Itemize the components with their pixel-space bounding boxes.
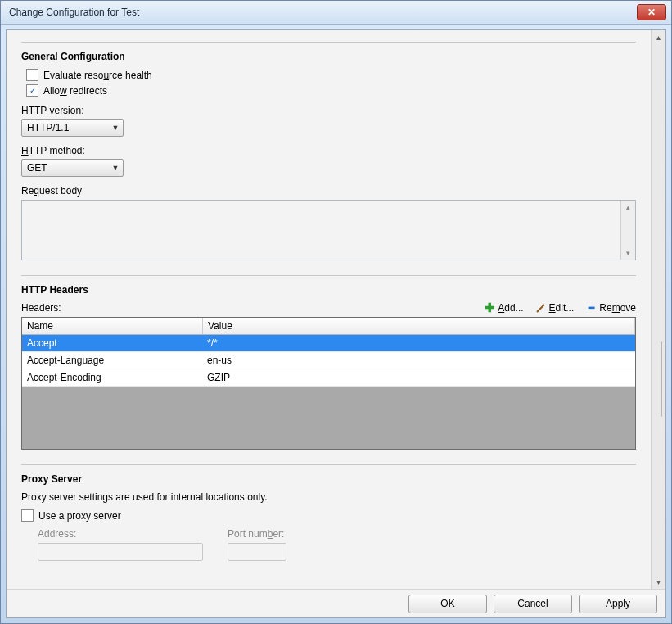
content-panel: General Configuration Evaluate resource … (7, 30, 651, 589)
table-row[interactable]: Accept */* (22, 335, 635, 352)
col-header-name[interactable]: Name (22, 318, 203, 334)
svg-line-0 (538, 305, 544, 311)
dialog-window: Change Configuration for Test ✕ General … (0, 0, 672, 624)
chevron-down-icon: ▼ (110, 124, 121, 132)
headers-table-head: Name Value (22, 318, 635, 335)
proxy-address-field: Address: (38, 528, 203, 561)
http-version-label: HTTP version: (21, 105, 636, 116)
allow-redirects-label: Allow redirects (43, 85, 107, 97)
apply-button[interactable]: Apply (579, 595, 657, 613)
plus-icon: ✚ (484, 302, 495, 314)
dialog-button-bar: OK Cancel Apply (7, 589, 665, 617)
close-button[interactable]: ✕ (637, 4, 666, 20)
request-body-scrollbar[interactable]: ▴ ▾ (620, 201, 635, 260)
http-version-select[interactable]: HTTP/1.1 ▼ (21, 119, 124, 137)
minus-icon: ━ (585, 302, 597, 314)
proxy-port-input (228, 543, 286, 561)
http-method-value: GET (27, 162, 105, 174)
proxy-fields: Address: Port number: (38, 528, 636, 561)
cell-name: Accept (22, 335, 202, 351)
use-proxy-checkbox[interactable] (21, 509, 34, 522)
separator (21, 464, 636, 465)
close-icon: ✕ (647, 7, 656, 18)
pencil-icon (535, 302, 547, 314)
scroll-wrap: General Configuration Evaluate resource … (7, 30, 665, 589)
scroll-down-icon: ▾ (652, 575, 665, 589)
cell-name: Accept-Language (22, 352, 202, 369)
scrollbar-thumb[interactable] (661, 341, 662, 417)
add-header-label: Add... (498, 302, 523, 314)
proxy-port-label: Port number: (228, 528, 286, 540)
cell-value: en-us (202, 352, 635, 369)
use-proxy-row[interactable]: Use a proxy server (21, 509, 636, 522)
http-method-select[interactable]: GET ▼ (21, 159, 124, 177)
evaluate-health-label: Evaluate resource health (43, 70, 152, 81)
cancel-button[interactable]: Cancel (494, 595, 572, 613)
table-row[interactable]: Accept-Encoding GZIP (22, 369, 635, 387)
table-row[interactable]: Accept-Language en-us (22, 352, 635, 369)
proxy-port-field: Port number: (228, 528, 286, 561)
proxy-note: Proxy server settings are used for inter… (21, 491, 636, 503)
scroll-up-icon: ▴ (621, 201, 635, 214)
window-title: Change Configuration for Test (6, 7, 637, 18)
remove-header-button[interactable]: ━ Remove (585, 302, 636, 314)
scroll-down-icon: ▾ (621, 246, 635, 260)
headers-label: Headers: (21, 302, 61, 314)
headers-toolbar: Headers: ✚ Add... Edit... ━ Remov (21, 302, 636, 314)
cell-value: */* (202, 335, 635, 351)
separator (21, 275, 636, 276)
client-area: General Configuration Evaluate resource … (6, 29, 666, 618)
http-method-field: HTTP method: GET ▼ (21, 145, 636, 177)
http-version-field: HTTP version: HTTP/1.1 ▼ (21, 105, 636, 137)
ok-button[interactable]: OK (408, 595, 487, 613)
edit-header-label: Edit... (549, 302, 575, 314)
allow-redirects-checkbox[interactable] (26, 84, 38, 97)
col-header-value[interactable]: Value (203, 318, 635, 334)
remove-header-label: Remove (599, 302, 636, 314)
content-scrollbar[interactable]: ▴ ▾ (651, 30, 665, 589)
allow-redirects-row[interactable]: Allow redirects (26, 84, 636, 97)
proxy-address-label: Address: (38, 528, 203, 540)
general-config-title: General Configuration (21, 51, 636, 62)
separator (21, 42, 636, 43)
cell-name: Accept-Encoding (22, 369, 202, 386)
add-header-button[interactable]: ✚ Add... (484, 302, 523, 314)
scroll-up-icon: ▴ (652, 30, 665, 44)
request-body-label: Request body (21, 185, 636, 197)
titlebar: Change Configuration for Test ✕ (1, 1, 671, 25)
edit-header-button[interactable]: Edit... (535, 302, 575, 314)
chevron-down-icon: ▼ (110, 164, 121, 172)
request-body-field: Request body ▴ ▾ (21, 185, 636, 260)
proxy-address-input (38, 543, 203, 561)
svg-line-1 (537, 310, 539, 312)
request-body-textarea[interactable]: ▴ ▾ (21, 200, 636, 260)
headers-table[interactable]: Name Value Accept */* Accept-Language en… (21, 317, 636, 450)
evaluate-health-checkbox[interactable] (26, 69, 38, 81)
proxy-server-title: Proxy Server (21, 473, 636, 485)
http-headers-title: HTTP Headers (21, 284, 636, 296)
http-version-value: HTTP/1.1 (27, 122, 105, 133)
http-method-label: HTTP method: (21, 145, 636, 156)
use-proxy-label: Use a proxy server (38, 510, 121, 522)
cell-value: GZIP (202, 369, 635, 386)
headers-table-body: Accept */* Accept-Language en-us Accept-… (22, 335, 635, 387)
evaluate-health-row[interactable]: Evaluate resource health (26, 69, 636, 81)
